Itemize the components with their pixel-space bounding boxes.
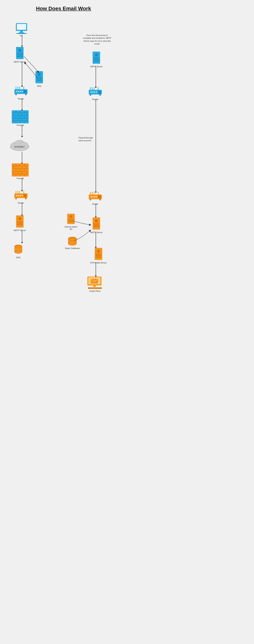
- svg-rect-3: [19, 32, 24, 33]
- svg-rect-99: [17, 222, 23, 222]
- email-client-node: Email Client: [86, 276, 103, 292]
- svg-point-153: [95, 219, 98, 222]
- arrow-fw-internet: [21, 125, 23, 138]
- svg-rect-143: [68, 222, 74, 222]
- svg-point-134: [94, 196, 95, 197]
- svg-rect-168: [90, 288, 91, 288]
- arrow-router-right-smtp: [95, 204, 97, 218]
- svg-point-14: [18, 49, 21, 52]
- svg-rect-9: [22, 33, 22, 34]
- svg-rect-95: [15, 198, 17, 199]
- top-right-note: Once the left process is complete and re…: [82, 34, 112, 46]
- svg-rect-20: [36, 77, 42, 78]
- svg-rect-172: [96, 288, 97, 288]
- svg-rect-155: [94, 225, 99, 226]
- svg-rect-125: [90, 94, 91, 96]
- router-orange-1: Router: [14, 191, 28, 204]
- svg-rect-22: [36, 80, 42, 81]
- svg-rect-21: [36, 79, 42, 80]
- svg-rect-2: [20, 31, 23, 32]
- svg-rect-113: [94, 59, 99, 60]
- svg-point-98: [18, 217, 21, 220]
- spam-db-label: Spam Database: [65, 247, 80, 249]
- svg-rect-141: [68, 219, 74, 220]
- smtp-server-right-orange: SMTP Server: [90, 218, 102, 234]
- arrow-router-fw-blue: [21, 98, 23, 111]
- svg-point-19: [38, 73, 41, 76]
- svg-rect-138: [99, 199, 101, 200]
- svg-rect-4: [17, 33, 27, 34]
- svg-rect-129: [94, 192, 94, 194]
- svg-rect-85: [16, 191, 16, 194]
- svg-point-30: [20, 91, 21, 92]
- svg-rect-117: [94, 87, 94, 90]
- svg-rect-86: [18, 191, 18, 194]
- svg-text:INTERNET: INTERNET: [15, 146, 25, 148]
- svg-rect-118: [98, 87, 98, 90]
- router-right-orange: Router: [88, 192, 103, 205]
- svg-rect-8: [21, 33, 21, 34]
- svg-rect-1: [17, 24, 26, 30]
- svg-rect-7: [20, 33, 20, 34]
- dns-blue-node: DNS: [35, 71, 44, 87]
- svg-rect-167: [89, 288, 90, 288]
- passed-note: Passed through same process: [78, 136, 97, 142]
- svg-rect-87: [20, 191, 20, 194]
- svg-rect-101: [17, 224, 23, 225]
- dns-orange-label: DNS: [16, 256, 20, 259]
- svg-rect-16: [17, 54, 23, 55]
- smtp-server-blue-1: SMTP Server: [14, 47, 26, 63]
- svg-point-121: [92, 92, 94, 92]
- svg-rect-15: [17, 53, 23, 54]
- pc-node: PC: [15, 23, 28, 37]
- svg-rect-12: [25, 33, 26, 34]
- svg-rect-112: [94, 58, 99, 58]
- svg-rect-128: [92, 192, 92, 194]
- svg-point-93: [22, 195, 23, 196]
- arrow-internet-fw-orange: [21, 152, 23, 164]
- svg-rect-24: [18, 87, 18, 89]
- svg-rect-142: [68, 220, 74, 221]
- arrow-pc-smtp: [21, 36, 23, 47]
- pop3-label: POP3 Mail Server: [90, 262, 107, 264]
- svg-point-122: [94, 92, 95, 92]
- svg-point-158: [97, 250, 100, 253]
- svg-rect-116: [92, 87, 92, 90]
- page: How Does Email Work: [0, 0, 127, 334]
- spam-db-node: Spam Database: [65, 236, 80, 249]
- svg-point-123: [96, 92, 97, 92]
- svg-rect-10: [23, 33, 24, 34]
- svg-rect-5: [17, 33, 18, 34]
- arrow-fw-orange-router: [21, 178, 23, 192]
- svg-rect-165: [93, 286, 96, 287]
- svg-point-91: [18, 195, 19, 196]
- router-right-blue: Router: [88, 87, 103, 100]
- svg-point-28: [16, 91, 17, 92]
- firewall-orange: Firewall: [12, 164, 29, 180]
- svg-rect-11: [24, 33, 25, 34]
- arrow-router-smtp-orange: [21, 202, 23, 216]
- dns-orange-node: DNS: [14, 242, 23, 259]
- svg-point-135: [96, 196, 97, 197]
- svg-rect-26: [24, 87, 24, 89]
- router-orange-1-label: Router: [18, 202, 24, 204]
- svg-rect-33: [15, 94, 17, 95]
- svg-rect-156: [94, 226, 99, 227]
- svg-point-132: [91, 196, 92, 197]
- arrow-smtp-right-router: [95, 66, 97, 88]
- svg-point-92: [20, 195, 21, 196]
- svg-rect-171: [95, 288, 96, 288]
- internal-spam-node: Internal Spam list: [64, 214, 77, 230]
- svg-rect-174: [99, 288, 100, 288]
- email-client-label: Email Client: [89, 290, 100, 292]
- svg-rect-34: [25, 94, 27, 95]
- smtp-server-orange-1: SMTP Server: [14, 216, 26, 232]
- svg-rect-127: [90, 192, 91, 194]
- smtp-server-right-blue: SMTP Server: [90, 52, 102, 68]
- internal-spam-label: Internal Spam list: [64, 226, 77, 230]
- arrow-router-right-long: [95, 99, 97, 193]
- pop3-server: POP3 Mail Server: [90, 248, 107, 264]
- svg-rect-94: [24, 194, 27, 197]
- svg-rect-23: [16, 87, 16, 89]
- svg-rect-100: [17, 223, 23, 224]
